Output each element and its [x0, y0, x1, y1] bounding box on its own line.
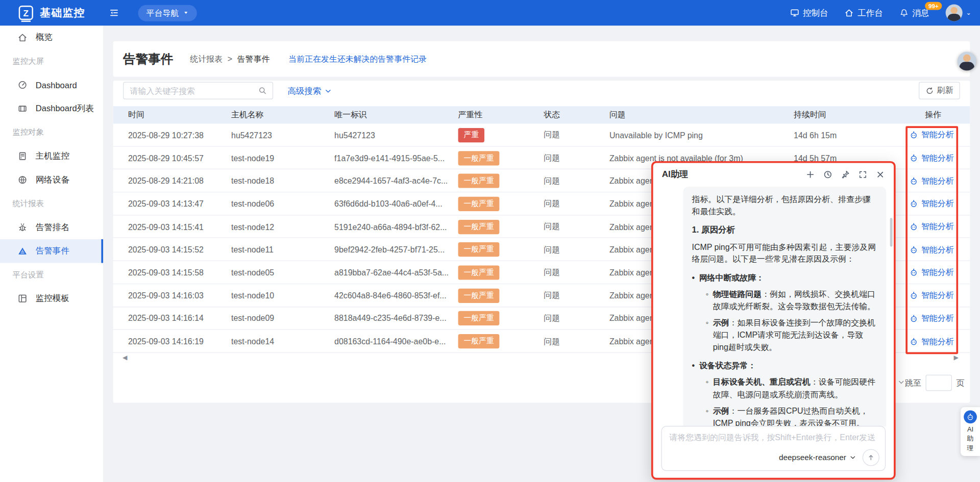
sidebar-item-globe[interactable]: 网络设备 — [0, 168, 103, 192]
ai-panel-scrollbar[interactable] — [890, 218, 893, 246]
ai-analysis-button[interactable]: 智能分析 — [910, 336, 954, 347]
severity-badge: 一般严重 — [458, 265, 500, 280]
nav-workbench-label: 工作台 — [857, 7, 883, 18]
sidebar-item-alert-triangle[interactable]: 告警事件 — [0, 239, 103, 263]
cell-status: 问题 — [544, 123, 560, 146]
top-navbar: Z 基础监控 平台导航 控制台 工作台 消息 99+ ⌄ — [0, 0, 980, 26]
cell-status: 问题 — [544, 284, 560, 307]
cell-action: 智能分析 — [910, 238, 954, 261]
search-input[interactable] — [124, 86, 258, 95]
cell-uid: 63f6d6dd-b103-40a6-a0ef-4... — [334, 192, 443, 215]
ai-input-box[interactable]: 请将您遇到的问题告诉我，按Shift+Enter换行，Enter发送 deeps… — [662, 426, 886, 471]
nav-workbench[interactable]: 工作台 — [844, 7, 883, 18]
ai-assistant-float-button[interactable]: AI助理 — [961, 407, 980, 456]
breadcrumb-current: 告警事件 — [237, 54, 270, 65]
column-header: 问题 — [609, 106, 626, 123]
cell-time: 2025-09-03 14:16:14 — [128, 307, 204, 330]
pin-icon[interactable] — [841, 169, 850, 179]
fullscreen-icon[interactable] — [858, 169, 867, 179]
ai-assistant-panel: AI助理 指标。以下是详细分析，包括原因分析、排查步骤和最佳实践。1. 原因分析… — [651, 161, 896, 479]
ai-input-footer: deepseek-reasoner — [779, 449, 879, 466]
search-box — [123, 82, 273, 99]
ai-analysis-button[interactable]: 智能分析 — [910, 153, 954, 164]
pagination-page-label: 页 — [956, 377, 964, 389]
refresh-button[interactable]: 刷新 — [919, 82, 960, 99]
ai-analysis-button[interactable]: 智能分析 — [910, 221, 954, 233]
refresh-label: 刷新 — [937, 85, 953, 96]
cell-uid: 9bef2942-2feb-4257-bf71-25... — [334, 238, 445, 261]
ai-analysis-label: 智能分析 — [921, 198, 954, 210]
advanced-search-link[interactable]: 高级搜索 — [287, 86, 332, 97]
severity-badge: 一般严重 — [458, 311, 500, 325]
ai-message-list-item: ◦示例：一台服务器因CPU过热而自动关机，ICMP ping会立即失败，表示设备… — [705, 404, 877, 426]
history-icon[interactable] — [823, 169, 832, 179]
ai-message-list-item: •网络中断或故障： — [692, 271, 878, 284]
menu-fold-icon[interactable] — [109, 8, 119, 18]
breadcrumb-parent[interactable]: 统计报表 — [190, 54, 223, 65]
ai-analysis-button[interactable]: 智能分析 — [910, 130, 954, 141]
floating-avatar[interactable] — [958, 52, 976, 71]
cell-host: test-node11 — [231, 238, 274, 261]
sidebar-item-bug[interactable]: 告警排名 — [0, 215, 103, 239]
sidebar-item-label: 告警事件 — [36, 245, 69, 257]
sidebar-item-film[interactable]: Dashboard列表 — [0, 97, 103, 121]
table-scroll-left-icon[interactable]: ◀ — [122, 354, 127, 361]
cell-duration: 14d 6h 15m — [794, 123, 837, 146]
severity-badge: 一般严重 — [458, 242, 500, 257]
column-header: 状态 — [544, 106, 560, 123]
sidebar-group-label: 监控大屏 — [0, 49, 103, 73]
list-bullet-icon: ◦ — [705, 317, 708, 353]
page-size-chevron-icon[interactable] — [897, 378, 905, 386]
bug-icon — [17, 222, 28, 233]
ai-analysis-button[interactable]: 智能分析 — [910, 198, 954, 210]
platform-nav-label: 平台导航 — [146, 7, 179, 18]
sidebar-item-gauge[interactable]: Dashboard — [0, 73, 103, 97]
plus-icon[interactable] — [805, 169, 815, 179]
sidebar-item-label: 监控模板 — [36, 293, 69, 304]
platform-nav-select[interactable]: 平台导航 — [138, 5, 197, 21]
alert-triangle-icon — [17, 246, 28, 256]
cell-host: test-node14 — [231, 330, 274, 353]
cell-severity: 一般严重 — [458, 146, 500, 169]
chevron-down-icon: ⌄ — [966, 9, 971, 16]
ai-panel-header-icons — [805, 169, 885, 179]
search-icon[interactable] — [258, 86, 273, 95]
sidebar-item-template[interactable]: 监控模板 — [0, 287, 103, 311]
severity-badge: 一般严重 — [458, 288, 500, 302]
ai-analysis-button[interactable]: 智能分析 — [910, 290, 954, 301]
sidebar-item-home[interactable]: 概览 — [0, 26, 103, 49]
cell-host: test-node18 — [231, 169, 274, 192]
ai-analysis-button[interactable]: 智能分析 — [910, 175, 954, 187]
cell-severity: 一般严重 — [458, 238, 500, 261]
ai-analysis-button[interactable]: 智能分析 — [910, 267, 954, 278]
severity-badge: 一般严重 — [458, 334, 500, 348]
ai-analysis-label: 智能分析 — [921, 290, 954, 301]
table-scroll-right-icon[interactable]: ▶ — [954, 354, 959, 361]
ai-float-label: AI — [967, 425, 973, 433]
cell-severity: 一般严重 — [458, 261, 500, 284]
page-title: 告警事件 — [123, 50, 173, 67]
send-button[interactable] — [863, 449, 879, 466]
ai-analysis-button[interactable]: 智能分析 — [910, 313, 954, 324]
breadcrumb-separator: > — [228, 55, 232, 64]
ai-message-bubble: 指标。以下是详细分析，包括原因分析、排查步骤和最佳实践。1. 原因分析ICMP … — [683, 187, 886, 426]
sidebar-item-server[interactable]: 主机监控 — [0, 144, 103, 168]
cell-uid: e8ce2944-1657-4af3-ac4e-7c... — [334, 169, 448, 192]
cell-problem: Unavailable by ICMP ping — [609, 123, 703, 146]
cell-status: 问题 — [544, 261, 560, 284]
cell-time: 2025-09-03 14:16:03 — [128, 284, 204, 307]
model-selector[interactable]: deepseek-reasoner — [779, 453, 856, 462]
cell-action: 智能分析 — [910, 215, 954, 238]
page-subtitle-link[interactable]: 当前正在发生还未解决的告警事件记录 — [288, 54, 427, 65]
ai-analysis-button[interactable]: 智能分析 — [910, 244, 954, 256]
user-avatar[interactable] — [945, 5, 962, 21]
pagination-jump-input[interactable] — [925, 375, 951, 391]
nav-user[interactable]: ⌄ — [945, 5, 971, 21]
close-icon[interactable] — [876, 169, 885, 179]
cell-action: 智能分析 — [910, 169, 954, 192]
ai-message-list-item: ◦物理链路问题：例如，网线损坏、交换机端口故障或光纤断裂。这会导致数据包无法传输… — [705, 288, 877, 312]
app-stage: Z 基础监控 平台导航 控制台 工作台 消息 99+ ⌄ — [0, 0, 980, 482]
nav-messages[interactable]: 消息 99+ — [899, 7, 929, 18]
home-icon — [17, 33, 28, 43]
nav-console[interactable]: 控制台 — [790, 7, 828, 18]
